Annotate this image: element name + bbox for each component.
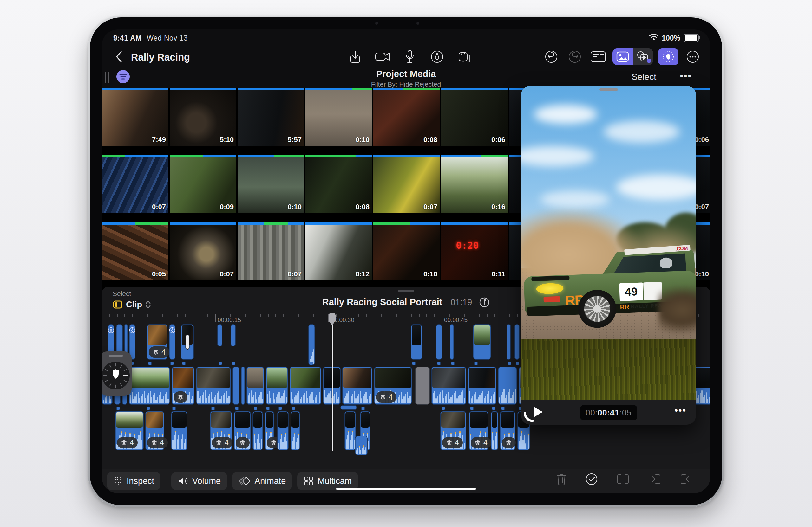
media-thumb[interactable]: 0:09	[170, 155, 236, 213]
timeline-main-clip[interactable]	[342, 367, 372, 405]
timeline-connected-clip[interactable]	[231, 324, 236, 346]
timeline-main-clip[interactable]	[266, 367, 288, 405]
timeline-main-clip[interactable]	[172, 367, 194, 405]
timeline-audio-clip[interactable]: 4	[145, 411, 164, 450]
animate-button[interactable]: Animate	[232, 472, 292, 490]
select-button[interactable]: Select	[632, 72, 656, 82]
timeline-audio-clip[interactable]	[500, 411, 516, 450]
timeline-audio-clip[interactable]	[277, 411, 289, 450]
clip-layers-badge[interactable]	[174, 391, 187, 403]
insert-icon[interactable]	[648, 473, 661, 486]
clip-trim-handle[interactable]	[186, 335, 189, 349]
media-thumb[interactable]: 5:10	[170, 88, 236, 146]
viewer-drag-handle[interactable]	[599, 88, 618, 91]
timeline-main-clip[interactable]	[232, 367, 240, 405]
timeline-connected-clip[interactable]	[169, 324, 175, 360]
home-indicator[interactable]	[336, 488, 476, 490]
timeline-pill-clip[interactable]	[340, 405, 357, 410]
media-thumb[interactable]: 0:07	[373, 155, 440, 213]
timeline-main-clip[interactable]	[290, 367, 321, 405]
viewer-panel[interactable]: .COM RR 49 RR RALLY REA	[521, 86, 696, 425]
media-thumb[interactable]: 0:07	[237, 223, 304, 280]
info-icon[interactable]	[479, 297, 490, 308]
timeline-audio-clip[interactable]	[252, 411, 263, 450]
clip-layers-badge[interactable]	[236, 437, 250, 448]
timeline-audio-clip[interactable]: 4	[469, 411, 489, 450]
media-thumb[interactable]: 0:16	[441, 155, 508, 213]
trash-icon[interactable]	[556, 473, 567, 486]
playhead-line[interactable]	[332, 314, 333, 451]
effects-browser-icon[interactable]	[633, 48, 653, 65]
media-browser-icon[interactable]	[612, 48, 633, 65]
timeline-connected-clip[interactable]	[411, 324, 422, 360]
timeline-sub-clip[interactable]	[355, 436, 368, 455]
media-thumb[interactable]: 0:08	[305, 155, 372, 213]
timeline-connected-clip[interactable]	[308, 324, 315, 365]
more-icon[interactable]	[683, 48, 702, 65]
undo-icon[interactable]	[542, 48, 561, 65]
viewer-more-button[interactable]: •••	[675, 405, 686, 416]
timeline-connected-clip[interactable]	[450, 324, 454, 360]
media-thumb[interactable]: 5:57	[237, 88, 304, 146]
timeline-audio-clip[interactable]	[234, 411, 251, 450]
timeline-connected-clip[interactable]	[217, 324, 222, 346]
media-thumb[interactable]: 0:08	[373, 88, 440, 146]
media-thumb[interactable]: 0:10	[237, 155, 304, 213]
media-thumb[interactable]: 0:12	[305, 223, 372, 280]
jog-dial-icon[interactable]	[102, 359, 132, 394]
timeline-audio-clip[interactable]	[345, 411, 356, 450]
titles-browser-icon[interactable]	[589, 48, 607, 65]
timeline-connected-clip[interactable]: 4	[147, 324, 168, 360]
timeline-audio-clip[interactable]: 4	[115, 411, 144, 450]
timeline-audio-clip[interactable]	[171, 411, 187, 450]
timeline-main-clip[interactable]	[468, 367, 496, 405]
timeline-main-clip[interactable]	[431, 367, 466, 405]
timeline-main-clip[interactable]	[498, 367, 517, 405]
jog-wheel[interactable]	[102, 351, 132, 396]
record-video-icon[interactable]	[373, 48, 392, 65]
browser-more-button[interactable]: •••	[680, 71, 692, 81]
media-thumb[interactable]: 7:49	[102, 88, 169, 146]
timeline-audio-clip[interactable]	[265, 411, 274, 450]
import-icon[interactable]	[346, 48, 364, 65]
viewer-resize-handle[interactable]	[523, 409, 537, 423]
timeline-main-clip[interactable]	[129, 367, 170, 405]
record-audio-icon[interactable]	[401, 48, 419, 65]
timeline-main-clip[interactable]	[196, 367, 231, 405]
media-thumb[interactable]: 0:200:11	[441, 223, 508, 280]
timeline-audio-clip[interactable]	[491, 411, 498, 450]
clip-layers-badge[interactable]: 4	[117, 437, 137, 448]
timeline-connected-clip[interactable]	[181, 324, 194, 360]
jog-drag-handle[interactable]	[109, 355, 123, 357]
timeline-main-clip[interactable]	[415, 367, 430, 405]
volume-button[interactable]: Volume	[171, 472, 227, 490]
timecode-display[interactable]: 00:00:41:05	[580, 405, 637, 420]
timeline-main-clip[interactable]	[241, 367, 245, 405]
timeline-audio-clip[interactable]	[291, 411, 300, 450]
timeline-connected-clip[interactable]	[473, 324, 491, 360]
redo-icon[interactable]	[566, 48, 584, 65]
media-thumb[interactable]: 0:07	[102, 155, 169, 213]
clip-layers-badge[interactable]: 4	[471, 437, 491, 448]
share-icon[interactable]	[455, 48, 474, 65]
object-tracker-icon[interactable]	[658, 48, 679, 65]
clip-layers-badge[interactable]: 4	[212, 437, 232, 448]
clip-layers-badge[interactable]: 4	[442, 437, 463, 448]
media-thumb[interactable]: 0:05	[102, 223, 169, 280]
timeline-audio-clip[interactable]: 4	[440, 411, 466, 450]
timeline-drag-handle[interactable]	[398, 290, 414, 292]
clip-layers-badge[interactable]: 4	[376, 391, 396, 403]
blade-icon[interactable]	[616, 473, 629, 486]
back-button[interactable]	[111, 49, 127, 64]
timeline-connected-clip[interactable]	[514, 324, 520, 360]
timeline-connected-clip[interactable]	[507, 324, 511, 360]
clip-layers-badge[interactable]: 4	[147, 437, 168, 448]
timeline-connected-clip[interactable]	[436, 324, 442, 360]
media-thumb[interactable]: 0:07	[170, 223, 236, 280]
media-thumb[interactable]: 0:10	[373, 223, 440, 280]
pencil-icon[interactable]	[428, 48, 446, 65]
media-thumb[interactable]: 0:10	[305, 88, 372, 146]
multicam-button[interactable]: Multicam	[297, 472, 358, 490]
timeline-main-clip[interactable]	[246, 367, 264, 405]
check-circle-icon[interactable]	[585, 473, 598, 487]
